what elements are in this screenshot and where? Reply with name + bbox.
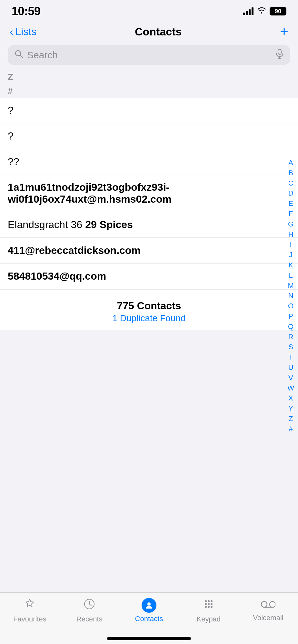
contact-item[interactable]: 1a1mu61tnodzoji92t3ogbofxz93i-wi0f10j6ox… bbox=[0, 175, 298, 212]
home-indicator bbox=[107, 637, 191, 640]
wifi-icon bbox=[257, 6, 266, 16]
tab-keypad-label: Keypad bbox=[196, 615, 221, 623]
alpha-hash[interactable]: # bbox=[287, 424, 294, 434]
svg-point-14 bbox=[211, 603, 213, 605]
alpha-s[interactable]: S bbox=[287, 342, 294, 352]
alpha-f[interactable]: F bbox=[287, 209, 294, 219]
contacts-summary: 775 Contacts 1 Duplicate Found bbox=[0, 289, 298, 330]
contacts-list: ? ? ?? 1a1mu61tnodzoji92t3ogbofxz93i-wi0… bbox=[0, 98, 298, 330]
nav-bar: ‹ Lists Contacts + bbox=[0, 21, 298, 42]
signal-icon bbox=[243, 7, 253, 15]
contact-item[interactable]: ? bbox=[0, 98, 298, 123]
alpha-h[interactable]: H bbox=[287, 230, 295, 240]
contact-name: ? bbox=[8, 104, 14, 116]
status-icons: 90 bbox=[243, 6, 286, 16]
contact-item[interactable]: 584810534@qq.com bbox=[0, 264, 298, 289]
star-icon bbox=[24, 598, 36, 613]
keypad-icon bbox=[203, 598, 215, 613]
contact-name: 411@rebeccatdickson.com bbox=[8, 245, 141, 256]
back-button[interactable]: ‹ Lists bbox=[10, 26, 36, 38]
svg-point-11 bbox=[211, 600, 213, 602]
alpha-l[interactable]: L bbox=[287, 271, 294, 281]
tab-voicemail[interactable]: Voicemail bbox=[238, 598, 298, 641]
contact-item[interactable]: ? bbox=[0, 123, 298, 149]
page-title: Contacts bbox=[135, 25, 182, 38]
microphone-icon[interactable] bbox=[275, 49, 284, 61]
tab-favourites[interactable]: Favourites bbox=[0, 598, 60, 641]
svg-line-7 bbox=[89, 604, 91, 606]
tab-keypad[interactable]: Keypad bbox=[179, 598, 238, 641]
svg-point-8 bbox=[147, 602, 151, 606]
alpha-m[interactable]: M bbox=[286, 281, 295, 291]
svg-point-19 bbox=[270, 601, 275, 607]
section-header-hash: # bbox=[0, 83, 298, 98]
alpha-v[interactable]: V bbox=[287, 373, 294, 383]
tab-recents-label: Recents bbox=[76, 615, 103, 623]
svg-point-16 bbox=[208, 606, 210, 608]
alpha-u[interactable]: U bbox=[287, 363, 295, 373]
contact-name: 1a1mu61tnodzoji92t3ogbofxz93i-wi0f10j6ox… bbox=[8, 181, 290, 205]
alpha-e[interactable]: E bbox=[287, 199, 294, 209]
alpha-o[interactable]: O bbox=[287, 301, 295, 311]
alpha-c[interactable]: C bbox=[287, 178, 295, 188]
tab-voicemail-label: Voicemail bbox=[253, 614, 283, 622]
svg-point-0 bbox=[15, 51, 21, 56]
alpha-p[interactable]: P bbox=[287, 312, 294, 322]
alpha-r[interactable]: R bbox=[287, 332, 295, 342]
add-contact-button[interactable]: + bbox=[280, 24, 288, 39]
svg-point-12 bbox=[205, 603, 207, 605]
status-time: 10:59 bbox=[12, 5, 41, 18]
tab-recents[interactable]: Recents bbox=[60, 598, 119, 641]
tab-favourites-label: Favourites bbox=[13, 615, 46, 623]
contact-item[interactable]: 411@rebeccatdickson.com bbox=[0, 238, 298, 264]
tab-contacts-label: Contacts bbox=[135, 615, 163, 623]
alpha-a[interactable]: A bbox=[287, 158, 294, 168]
contact-item[interactable]: ?? bbox=[0, 149, 298, 175]
tab-bar: Favourites Recents Contacts bbox=[0, 592, 298, 644]
alpha-y[interactable]: Y bbox=[287, 404, 294, 414]
alphabet-index[interactable]: A B C D E F G H I J K L M N O P Q R S T … bbox=[286, 158, 295, 434]
voicemail-icon bbox=[261, 598, 275, 612]
search-container: Search bbox=[0, 42, 298, 69]
section-header-z: Z bbox=[0, 69, 298, 83]
svg-point-18 bbox=[261, 601, 267, 607]
alpha-t[interactable]: T bbox=[287, 352, 294, 362]
duplicate-notice[interactable]: 1 Duplicate Found bbox=[8, 313, 290, 323]
svg-point-15 bbox=[205, 606, 207, 608]
contact-name: ? bbox=[8, 130, 14, 142]
alpha-q[interactable]: Q bbox=[287, 322, 295, 332]
alpha-g[interactable]: G bbox=[287, 219, 295, 229]
contact-item[interactable]: Elandsgracht 36 29 Spices bbox=[0, 212, 298, 238]
back-label: Lists bbox=[15, 26, 36, 38]
search-bar[interactable]: Search bbox=[8, 45, 290, 65]
alpha-k[interactable]: K bbox=[287, 260, 294, 270]
svg-point-10 bbox=[208, 600, 210, 602]
svg-point-13 bbox=[208, 603, 210, 605]
person-icon bbox=[142, 598, 156, 613]
search-input[interactable]: Search bbox=[27, 50, 272, 61]
svg-rect-2 bbox=[278, 49, 281, 54]
contacts-count: 775 Contacts bbox=[8, 300, 290, 312]
tab-contacts[interactable]: Contacts bbox=[119, 598, 179, 641]
alpha-i[interactable]: I bbox=[289, 240, 293, 250]
alpha-b[interactable]: B bbox=[287, 168, 294, 178]
contact-name: ?? bbox=[8, 156, 19, 168]
clock-icon bbox=[83, 598, 95, 613]
alpha-n[interactable]: N bbox=[287, 291, 295, 301]
contact-name: 584810534@qq.com bbox=[8, 270, 106, 282]
chevron-left-icon: ‹ bbox=[10, 26, 13, 37]
svg-point-9 bbox=[205, 600, 207, 602]
alpha-w[interactable]: W bbox=[286, 383, 295, 393]
bottom-spacer bbox=[0, 330, 298, 394]
search-icon bbox=[14, 49, 23, 61]
alpha-z[interactable]: Z bbox=[287, 414, 294, 424]
alpha-j[interactable]: J bbox=[288, 250, 294, 260]
alpha-d[interactable]: D bbox=[287, 188, 295, 198]
battery-icon: 90 bbox=[270, 7, 286, 15]
status-bar: 10:59 90 bbox=[0, 0, 298, 21]
svg-point-17 bbox=[211, 606, 213, 608]
contact-name: Elandsgracht 36 29 Spices bbox=[8, 219, 133, 231]
svg-line-1 bbox=[20, 55, 23, 58]
alpha-x[interactable]: X bbox=[287, 393, 294, 403]
